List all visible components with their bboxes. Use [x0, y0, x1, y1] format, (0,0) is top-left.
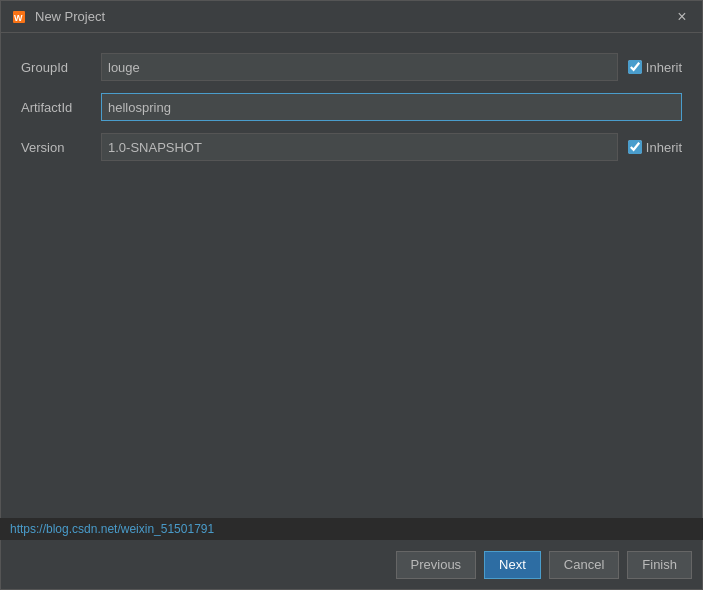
groupid-inherit-container: Inherit: [628, 60, 682, 75]
groupid-input[interactable]: [101, 53, 618, 81]
tooltip-url: https://blog.csdn.net/weixin_51501791: [10, 522, 214, 536]
version-inherit-container: Inherit: [628, 140, 682, 155]
groupid-inherit-label[interactable]: Inherit: [646, 60, 682, 75]
content-spacer: [21, 173, 682, 519]
version-label: Version: [21, 140, 101, 155]
version-input[interactable]: [101, 133, 618, 161]
groupid-label: GroupId: [21, 60, 101, 75]
version-inherit-checkbox[interactable]: [628, 140, 642, 154]
form-content: GroupId Inherit ArtifactId Version Inher…: [1, 33, 702, 539]
new-project-window: W New Project × GroupId Inherit Artifact…: [0, 0, 703, 590]
title-bar: W New Project ×: [1, 1, 702, 33]
finish-button[interactable]: Finish: [627, 551, 692, 579]
artifactid-label: ArtifactId: [21, 100, 101, 115]
close-button[interactable]: ×: [672, 7, 692, 27]
version-inherit-label[interactable]: Inherit: [646, 140, 682, 155]
app-icon: W: [11, 9, 27, 25]
tooltip-bar: https://blog.csdn.net/weixin_51501791: [0, 518, 703, 540]
version-row: Version Inherit: [21, 133, 682, 161]
cancel-button[interactable]: Cancel: [549, 551, 619, 579]
window-title: New Project: [35, 9, 672, 24]
footer: Previous Next Cancel Finish: [1, 539, 702, 589]
artifactid-input[interactable]: [101, 93, 682, 121]
next-button[interactable]: Next: [484, 551, 541, 579]
svg-text:W: W: [14, 13, 23, 23]
artifactid-row: ArtifactId: [21, 93, 682, 121]
groupid-inherit-checkbox[interactable]: [628, 60, 642, 74]
previous-button[interactable]: Previous: [396, 551, 477, 579]
groupid-row: GroupId Inherit: [21, 53, 682, 81]
